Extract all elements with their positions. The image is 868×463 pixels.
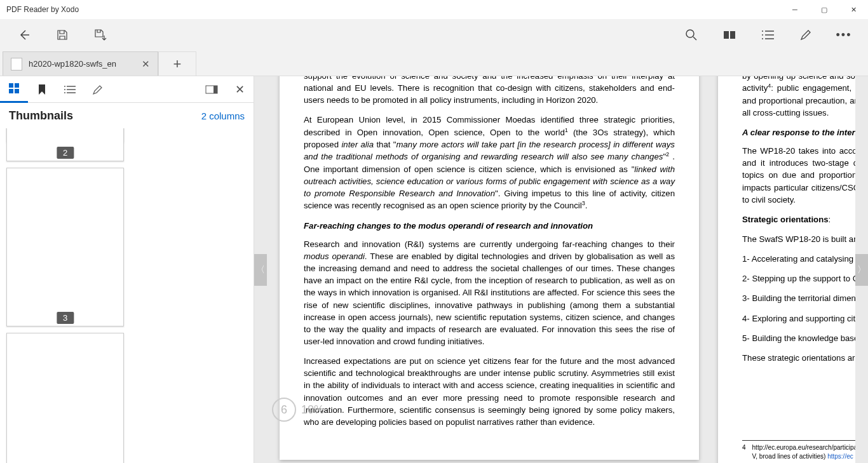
outline-panel-tab[interactable] <box>56 76 84 103</box>
panel-title: Thumbnails <box>9 109 201 123</box>
outline-icon <box>64 85 76 94</box>
previous-page-button[interactable]: 〈 <box>254 254 267 286</box>
annotations-tab[interactable] <box>84 76 112 103</box>
outline-button[interactable] <box>749 19 787 51</box>
page-text: The SwafS WP18-20 is built around the <box>742 233 855 245</box>
close-icon: ✕ <box>235 83 245 97</box>
footnote: 4 http://ec.europa.eu/research/participa… <box>742 440 855 463</box>
app-title: PDF Reader by Xodo <box>6 5 79 14</box>
main-toolbar: ••• <box>0 19 868 51</box>
pencil-small-icon <box>92 84 104 95</box>
pdf-page-6: support the evolution of science and soc… <box>280 76 699 460</box>
next-page-button[interactable]: 〉 <box>855 254 868 286</box>
document-tab[interactable]: h2020-wp1820-swfs_en ✕ <box>3 51 158 76</box>
page-text: These strategic orientations are develop… <box>742 352 855 364</box>
view-mode-button[interactable] <box>710 19 749 51</box>
new-tab-button[interactable]: + <box>158 51 196 76</box>
svg-rect-4 <box>15 89 19 93</box>
save-download-icon <box>94 29 107 41</box>
bookmarks-tab[interactable] <box>28 76 56 103</box>
page-text: At European Union level, in 2015 Commiss… <box>304 114 675 211</box>
page-list-item: 1- Accelerating and catalysing processes <box>742 253 855 265</box>
grid-icon <box>8 83 20 94</box>
arrow-left-icon <box>18 29 31 41</box>
thumbnail-4[interactable]: 4 <box>6 333 124 463</box>
columns-toggle[interactable]: 2 columns <box>201 111 245 121</box>
page-text: The WP18-20 takes into account the focus… <box>742 145 855 206</box>
search-button[interactable] <box>672 19 710 51</box>
file-icon <box>11 58 22 70</box>
save-as-button[interactable] <box>81 19 119 51</box>
window-titlebar: PDF Reader by Xodo ─ ▢ ✕ <box>0 0 868 19</box>
footnote-link[interactable]: https://ec <box>827 453 853 460</box>
save-button[interactable] <box>43 19 81 51</box>
page-text: support the evolution of science and soc… <box>304 76 675 106</box>
page-number-badge: 6 <box>272 398 296 422</box>
close-panel-button[interactable]: ✕ <box>226 76 254 103</box>
page-list-item: 4- Exploring and supporting citizen scie… <box>742 312 855 325</box>
svg-rect-3 <box>9 89 13 93</box>
page-list-item: 5- Building the knowledge base for SwafS <box>742 332 855 344</box>
thumbnails-panel: ✕ Thumbnails 2 columns 1 2 3 4 5 6 <box>0 76 254 463</box>
list-icon <box>761 30 774 40</box>
pdf-page-7: by opening up science and society and or… <box>718 76 855 463</box>
panel-icon <box>205 85 218 94</box>
svg-rect-6 <box>214 86 217 93</box>
annotate-button[interactable] <box>787 19 825 51</box>
panel-layout-button[interactable] <box>198 76 226 103</box>
search-icon <box>685 29 698 41</box>
thumbnails-grid: 1 2 3 4 5 6 <box>0 128 254 463</box>
bookmark-icon <box>37 84 46 95</box>
svg-rect-1 <box>9 83 13 88</box>
back-button[interactable] <box>5 19 43 51</box>
tab-label: h2020-wp1820-swfs_en <box>29 59 116 69</box>
thumbnails-tab[interactable] <box>0 76 28 103</box>
svg-rect-2 <box>15 83 19 88</box>
more-button[interactable]: ••• <box>825 19 863 51</box>
page-subheading: Far-reaching changes to the modus operan… <box>304 220 675 232</box>
book-open-icon <box>722 29 736 41</box>
dots-icon: ••• <box>836 29 852 42</box>
page-indicator: 6 10% <box>272 398 324 422</box>
thumbnail-3[interactable]: 3 <box>6 168 124 326</box>
page-percent: 10% <box>301 401 324 418</box>
svg-point-0 <box>686 30 694 37</box>
window-close-button[interactable]: ✕ <box>839 0 868 19</box>
pencil-icon <box>799 29 812 41</box>
window-maximize-button[interactable]: ▢ <box>810 0 839 19</box>
page-subheading: Strategic orientations: <box>742 213 855 225</box>
window-minimize-button[interactable]: ─ <box>780 0 810 19</box>
document-viewport[interactable]: 〈 support the evolution of science and s… <box>254 76 868 463</box>
page-subheading: A clear response to the interim evaluati… <box>742 126 855 138</box>
page-text: by opening up science and society and or… <box>742 76 855 119</box>
page-text: Increased expectations are put on scienc… <box>304 355 675 428</box>
save-icon <box>57 29 68 41</box>
page-list-item: 2- Stepping up the support to Gender Equ… <box>742 272 855 285</box>
thumbnail-2[interactable]: 2 <box>6 128 124 161</box>
page-list-item: 3- Building the territorial dimension of <box>742 292 855 304</box>
tab-close-button[interactable]: ✕ <box>142 58 150 70</box>
side-panel-tabs: ✕ <box>0 76 254 103</box>
tab-strip: h2020-wp1820-swfs_en ✕ + <box>0 51 868 76</box>
page-text: Research and innovation (R&I) systems ar… <box>304 238 675 347</box>
